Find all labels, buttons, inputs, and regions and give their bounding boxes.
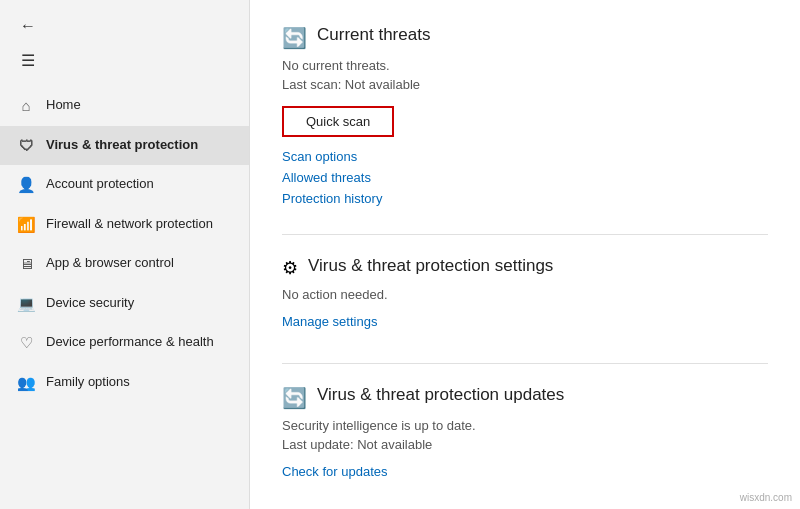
scan-options-link[interactable]: Scan options [282, 149, 768, 164]
appbrowser-label: App & browser control [46, 255, 174, 272]
allowed-threats-link[interactable]: Allowed threats [282, 170, 768, 185]
devicesec-label: Device security [46, 295, 134, 312]
protection-settings-title: Virus & threat protection settings [308, 255, 553, 277]
protection-updates-icon: 🔄 [282, 386, 307, 410]
protection-history-link[interactable]: Protection history [282, 191, 768, 206]
current-threats-body: No current threats. Last scan: Not avail… [282, 58, 768, 206]
current-threats-icon: 🔄 [282, 26, 307, 50]
back-button[interactable]: ← [12, 12, 44, 40]
protection-settings-body: No action needed. Manage settings [282, 287, 768, 335]
no-threats-text: No current threats. [282, 58, 768, 73]
deviceperf-icon: ♡ [16, 333, 36, 353]
home-icon: ⌂ [16, 96, 36, 116]
virus-label: Virus & threat protection [46, 137, 198, 154]
current-threats-title: Current threats [317, 24, 430, 46]
sidebar-item-account[interactable]: 👤Account protection [0, 165, 249, 205]
current-threats-header: 🔄 Current threats [282, 24, 768, 50]
sidebar-top-icons: ← ☰ [0, 8, 249, 82]
current-threats-section: 🔄 Current threats No current threats. La… [282, 24, 768, 206]
sidebar-item-appbrowser[interactable]: 🖥App & browser control [0, 244, 249, 284]
updates-desc2: Last update: Not available [282, 437, 768, 452]
quick-scan-button[interactable]: Quick scan [282, 106, 394, 137]
deviceperf-label: Device performance & health [46, 334, 214, 351]
protection-settings-desc: No action needed. [282, 287, 768, 302]
sidebar-item-deviceperf[interactable]: ♡Device performance & health [0, 323, 249, 363]
sidebar-item-devicesec[interactable]: 💻Device security [0, 284, 249, 324]
devicesec-icon: 💻 [16, 294, 36, 314]
manage-settings-link[interactable]: Manage settings [282, 314, 377, 329]
sidebar-item-virus[interactable]: 🛡Virus & threat protection [0, 126, 249, 166]
sidebar: ← ☰ ⌂Home🛡Virus & threat protection👤Acco… [0, 0, 250, 509]
family-label: Family options [46, 374, 130, 391]
account-icon: 👤 [16, 175, 36, 195]
protection-updates-title: Virus & threat protection updates [317, 384, 564, 406]
sidebar-item-firewall[interactable]: 📶Firewall & network protection [0, 205, 249, 245]
menu-button[interactable]: ☰ [12, 46, 44, 74]
account-label: Account protection [46, 176, 154, 193]
sidebar-item-family[interactable]: 👥Family options [0, 363, 249, 403]
firewall-icon: 📶 [16, 215, 36, 235]
protection-updates-body: Security intelligence is up to date. Las… [282, 418, 768, 485]
virus-icon: 🛡 [16, 136, 36, 156]
protection-settings-header: ⚙ Virus & threat protection settings [282, 255, 768, 279]
divider-2 [282, 363, 768, 364]
protection-settings-section: ⚙ Virus & threat protection settings No … [282, 255, 768, 335]
home-label: Home [46, 97, 81, 114]
main-content: 🔄 Current threats No current threats. La… [250, 0, 800, 509]
protection-updates-section: 🔄 Virus & threat protection updates Secu… [282, 384, 768, 485]
divider-1 [282, 234, 768, 235]
last-scan-text: Last scan: Not available [282, 77, 768, 92]
firewall-label: Firewall & network protection [46, 216, 213, 233]
protection-settings-icon: ⚙ [282, 257, 298, 279]
protection-updates-header: 🔄 Virus & threat protection updates [282, 384, 768, 410]
sidebar-item-home[interactable]: ⌂Home [0, 86, 249, 126]
sidebar-navigation: ⌂Home🛡Virus & threat protection👤Account … [0, 82, 249, 402]
updates-desc1: Security intelligence is up to date. [282, 418, 768, 433]
family-icon: 👥 [16, 373, 36, 393]
watermark: wisxdn.com [740, 492, 792, 503]
check-updates-link[interactable]: Check for updates [282, 464, 388, 479]
appbrowser-icon: 🖥 [16, 254, 36, 274]
